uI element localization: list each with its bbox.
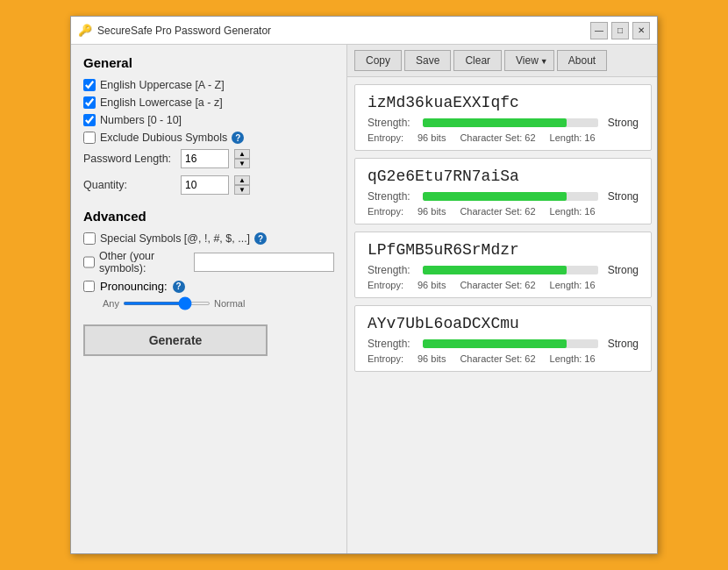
passwords-container: izMd36kuaEXXIqfc Strength: Strong Entrop…	[347, 77, 657, 553]
checkbox-special: Special Symbols [@, !, #, $, ...] ?	[83, 232, 334, 245]
charset-label: Character Set: 62	[460, 132, 535, 143]
lowercase-checkbox[interactable]	[83, 96, 96, 109]
strength-label: Strength:	[368, 264, 416, 276]
minimize-button[interactable]: —	[590, 22, 608, 39]
password-length-row: Password Length: ▲ ▼	[83, 149, 334, 168]
password-text: izMd36kuaEXXIqfc	[368, 94, 639, 111]
charset-label: Character Set: 62	[460, 353, 535, 364]
entropy-label: Entropy:	[368, 280, 403, 290]
entropy-row: Entropy: 96 bits Character Set: 62 Lengt…	[368, 353, 639, 364]
strength-bar-fill	[423, 192, 567, 201]
strength-row: Strength: Strong	[368, 117, 639, 129]
special-label: Special Symbols [@, !, #, $, ...]	[100, 232, 250, 245]
length-label: Length: 16	[550, 132, 596, 143]
special-help-icon[interactable]: ?	[254, 232, 267, 245]
title-bar: 🔑 SecureSafe Pro Password Generator — □ …	[71, 17, 657, 45]
strength-label: Strength:	[368, 117, 416, 129]
slider-right-label: Normal	[214, 298, 245, 309]
charset-label: Character Set: 62	[460, 206, 535, 217]
strength-label: Strength:	[368, 338, 416, 350]
entropy-row: Entropy: 96 bits Character Set: 62 Lengt…	[368, 280, 639, 290]
pronouncing-label: Pronouncing:	[100, 280, 168, 293]
length-up-button[interactable]: ▲	[234, 149, 250, 159]
other-checkbox[interactable]	[83, 256, 95, 268]
password-card: AYv7UbL6oaDCXCmu Strength: Strong Entrop…	[354, 305, 652, 372]
strength-value: Strong	[605, 338, 639, 350]
length-label: Length: 16	[550, 206, 596, 217]
strength-row: Strength: Strong	[368, 338, 639, 350]
dubious-label: Exclude Dubious Symbols	[100, 132, 227, 144]
length-label: Length: 16	[550, 353, 596, 364]
save-button[interactable]: Save	[404, 50, 451, 71]
window-title: SecureSafe Pro Password Generator	[97, 25, 590, 37]
right-panel: Copy Save Clear View▼ About izMd36kuaEXX…	[347, 45, 657, 553]
strength-bar-bg	[423, 192, 598, 201]
strength-bar-fill	[423, 118, 567, 127]
close-button[interactable]: ✕	[632, 22, 650, 39]
password-length-label: Password Length:	[83, 153, 175, 165]
slider-left-label: Any	[103, 298, 119, 309]
left-panel: General English Uppercase [A - Z] Englis…	[71, 45, 347, 553]
strength-bar-fill	[423, 339, 567, 348]
uppercase-label: English Uppercase [A - Z]	[100, 79, 225, 91]
pronouncing-checkbox[interactable]	[83, 281, 95, 292]
password-length-spinner: ▲ ▼	[234, 149, 250, 168]
advanced-section: Advanced Special Symbols [@, !, #, $, ..…	[83, 209, 334, 309]
generate-button[interactable]: Generate	[83, 324, 268, 356]
about-button[interactable]: About	[557, 50, 607, 71]
clear-button[interactable]: Clear	[453, 50, 502, 71]
numbers-checkbox[interactable]	[83, 114, 96, 126]
entropy-label: Entropy:	[368, 353, 403, 364]
view-button[interactable]: View▼	[504, 50, 554, 71]
length-down-button[interactable]: ▼	[234, 159, 250, 168]
pronouncing-help-icon[interactable]: ?	[173, 281, 185, 293]
quantity-input[interactable]	[181, 175, 229, 195]
checkbox-uppercase: English Uppercase [A - Z]	[83, 79, 334, 91]
charset-label: Character Set: 62	[460, 280, 535, 290]
view-dropdown-icon: ▼	[540, 57, 548, 66]
entropy-value: 96 bits	[418, 353, 446, 364]
dubious-checkbox[interactable]	[83, 132, 96, 144]
strength-row: Strength: Strong	[368, 190, 639, 203]
password-length-input[interactable]	[181, 149, 229, 168]
maximize-button[interactable]: □	[611, 22, 629, 39]
pronouncing-slider-row: Any Normal	[103, 298, 334, 309]
other-symbols-input[interactable]	[194, 253, 334, 272]
dubious-help-icon[interactable]: ?	[232, 132, 244, 144]
quantity-up-button[interactable]: ▲	[234, 175, 250, 185]
main-content: General English Uppercase [A - Z] Englis…	[71, 45, 657, 553]
numbers-label: Numbers [0 - 10]	[100, 114, 182, 126]
checkbox-dubious: Exclude Dubious Symbols ?	[83, 132, 334, 144]
password-card: qG2e6Etu7RN7aiSa Strength: Strong Entrop…	[354, 158, 652, 224]
pronouncing-row: Pronouncing: ?	[83, 280, 334, 293]
strength-row: Strength: Strong	[368, 264, 639, 276]
password-card: LPfGMB5uR6SrMdzr Strength: Strong Entrop…	[354, 232, 652, 298]
strength-value: Strong	[605, 117, 639, 129]
strength-label: Strength:	[368, 190, 416, 203]
strength-bar-bg	[423, 118, 598, 127]
copy-button[interactable]: Copy	[354, 50, 402, 71]
entropy-label: Entropy:	[368, 132, 403, 143]
special-checkbox[interactable]	[83, 232, 96, 245]
length-label: Length: 16	[550, 280, 596, 290]
title-bar-controls: — □ ✕	[590, 22, 650, 39]
advanced-title: Advanced	[83, 209, 334, 224]
quantity-row: Quantity: ▲ ▼	[83, 175, 334, 195]
entropy-value: 96 bits	[418, 206, 446, 217]
lowercase-label: English Lowercase [a - z]	[100, 96, 223, 109]
checkbox-other: Other (your symbols):	[83, 250, 334, 274]
strength-bar-bg	[423, 266, 598, 274]
entropy-value: 96 bits	[418, 132, 446, 143]
pronouncing-slider[interactable]	[123, 302, 211, 305]
entropy-value: 96 bits	[418, 280, 446, 290]
password-text: qG2e6Etu7RN7aiSa	[368, 167, 639, 185]
entropy-label: Entropy:	[368, 206, 403, 217]
uppercase-checkbox[interactable]	[83, 79, 96, 91]
general-title: General	[83, 55, 334, 70]
app-icon: 🔑	[78, 24, 92, 38]
entropy-row: Entropy: 96 bits Character Set: 62 Lengt…	[368, 206, 639, 217]
password-text: AYv7UbL6oaDCXCmu	[368, 315, 639, 332]
quantity-down-button[interactable]: ▼	[234, 185, 250, 195]
checkbox-lowercase: English Lowercase [a - z]	[83, 96, 334, 109]
quantity-spinner: ▲ ▼	[234, 175, 250, 195]
